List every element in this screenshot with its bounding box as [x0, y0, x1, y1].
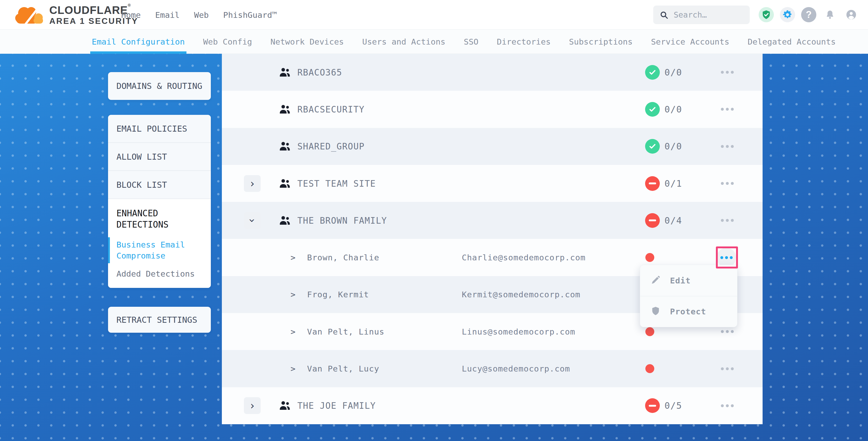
kebab-dot: [721, 404, 724, 407]
kebab-dot: [726, 182, 729, 185]
nav-item-home[interactable]: Home: [121, 10, 141, 20]
member-email: Lucy@somedemocorp.com: [462, 364, 570, 373]
kebab-dot: [721, 145, 724, 148]
kebab-dot: [726, 108, 729, 111]
group-people-icon: [278, 67, 291, 78]
chevron-down-icon: ›: [247, 217, 257, 224]
tab-subscriptions[interactable]: Subscriptions: [568, 30, 633, 54]
row-actions-kebab-icon[interactable]: [717, 395, 738, 416]
cloudflare-cloud-icon: [13, 4, 45, 25]
protection-count: 0/4: [664, 215, 682, 226]
kebab-dot: [721, 330, 724, 333]
group-people-icon: [278, 215, 291, 226]
member-name: Brown, Charlie: [307, 253, 379, 262]
row-actions-kebab-icon[interactable]: [717, 99, 738, 120]
minus-glyph: [649, 219, 656, 221]
member-caret-icon: >: [290, 364, 296, 373]
row-actions-kebab-icon[interactable]: [717, 358, 738, 379]
kebab-dot: [721, 108, 724, 111]
sidebar-item-enhanced-detections[interactable]: ENHANCED DETECTIONS Business Email Compr…: [108, 199, 211, 288]
kebab-dot: [731, 330, 734, 333]
sidebar-item-label: EMAIL POLICIES: [117, 124, 187, 134]
kebab-dot: [731, 367, 734, 370]
user-avatar-icon[interactable]: [844, 7, 859, 22]
nav-item-web[interactable]: Web: [194, 10, 209, 20]
kebab-dot: [726, 219, 729, 222]
bell-icon[interactable]: [823, 7, 838, 22]
search-box[interactable]: [653, 5, 750, 24]
kebab-dot: [731, 108, 734, 111]
chevron-right-icon: ›: [249, 178, 255, 189]
collapse-button[interactable]: ›: [244, 212, 261, 229]
tab-delegated-accounts[interactable]: Delegated Accounts: [747, 30, 836, 54]
tab-service-accounts[interactable]: Service Accounts: [650, 30, 730, 54]
kebab-dot: [726, 330, 729, 333]
sidebar-item-retract-settings[interactable]: RETRACT SETTINGS: [108, 307, 211, 333]
tab-network-devices[interactable]: Network Devices: [270, 30, 344, 54]
gear-icon[interactable]: [780, 7, 795, 22]
kebab-dot: [725, 256, 728, 259]
status-fail-icon: [645, 176, 660, 191]
group-name: RBACO365: [298, 67, 342, 77]
help-icon[interactable]: ?: [801, 7, 816, 22]
tab-web-config[interactable]: Web Config: [203, 30, 253, 54]
search-input[interactable]: [674, 10, 743, 20]
kebab-dot: [726, 145, 729, 148]
page: { "header": { "logo": { "line1": "CLOUDF…: [0, 0, 868, 441]
table-row: ›THE JOE FAMILY0/5: [222, 387, 763, 424]
status-pass-icon: [645, 65, 660, 80]
sidebar-item-added-detections[interactable]: Added Detections: [117, 269, 203, 280]
table-row: >Van Pelt, LucyLucy@somedemocorp.com: [222, 350, 763, 387]
sidebar-item-email-policies[interactable]: EMAIL POLICIES: [108, 115, 211, 143]
enhanced-detections-title: ENHANCED DETECTIONS: [117, 208, 203, 230]
shield-icon: [651, 306, 660, 317]
app-header: CLOUDFLARE® AREA 1 SECURITY HomeEmailWeb…: [0, 0, 868, 30]
kebab-dot: [721, 182, 724, 185]
menu-item-protect[interactable]: Protect: [640, 296, 737, 327]
expand-button[interactable]: ›: [244, 175, 261, 192]
tab-email-configuration[interactable]: Email Configuration: [91, 30, 185, 54]
menu-item-edit[interactable]: Edit: [640, 265, 737, 296]
menu-item-label: Edit: [670, 276, 691, 285]
chevron-right-icon: ›: [249, 400, 255, 411]
sidebar-item-domains-routing[interactable]: DOMAINS & ROUTING: [108, 72, 211, 100]
kebab-dot: [721, 71, 724, 74]
status-pass-icon: [645, 102, 660, 117]
row-actions-kebab-icon[interactable]: [717, 210, 738, 231]
kebab-dot: [731, 219, 734, 222]
status-pass-icon: [645, 139, 660, 154]
row-actions-kebab-icon[interactable]: [717, 248, 736, 267]
group-people-icon: [278, 104, 291, 115]
menu-item-label: Protect: [670, 307, 706, 316]
sidebar-item-block-list[interactable]: BLOCK LIST: [108, 171, 211, 199]
member-email: Linus@somedemocorp.com: [462, 327, 575, 336]
table-row: ›THE BROWN FAMILY0/4: [222, 202, 763, 239]
row-actions-kebab-icon[interactable]: [717, 62, 738, 83]
group-people-icon: [278, 400, 291, 411]
member-email: Charlie@somedemocorp.com: [462, 253, 586, 262]
group-name: THE JOE FAMILY: [298, 401, 376, 411]
tab-sso[interactable]: SSO: [463, 30, 479, 54]
expand-button[interactable]: ›: [244, 397, 261, 414]
status-fail-icon: [645, 213, 660, 228]
sidebar-item-label: DOMAINS & ROUTING: [117, 81, 203, 91]
kebab-dot: [731, 145, 734, 148]
nav-item-phishguard-[interactable]: PhishGuard™: [223, 10, 277, 20]
kebab-dot: [726, 404, 729, 407]
tab-directories[interactable]: Directories: [496, 30, 551, 54]
member-name: Van Pelt, Linus: [307, 327, 384, 336]
sidebar-item-business-email-compromise[interactable]: Business Email Compromise: [117, 240, 203, 261]
table-row: SHARED_GROUP0/0: [222, 128, 763, 165]
tab-users-and-actions[interactable]: Users and Actions: [362, 30, 446, 54]
row-actions-kebab-icon[interactable]: [717, 173, 738, 194]
sidebar-item-allow-list[interactable]: ALLOW LIST: [108, 143, 211, 171]
kebab-dot: [726, 71, 729, 74]
table-row: ›TEST TEAM SITE0/1: [222, 165, 763, 202]
header-icon-cluster: ?: [758, 7, 859, 22]
member-caret-icon: >: [290, 327, 296, 336]
shield-check-icon[interactable]: [758, 7, 774, 22]
member-caret-icon: >: [290, 253, 296, 262]
nav-item-email[interactable]: Email: [155, 10, 180, 20]
row-actions-kebab-icon[interactable]: [717, 136, 738, 157]
protection-count: 0/0: [664, 67, 682, 77]
